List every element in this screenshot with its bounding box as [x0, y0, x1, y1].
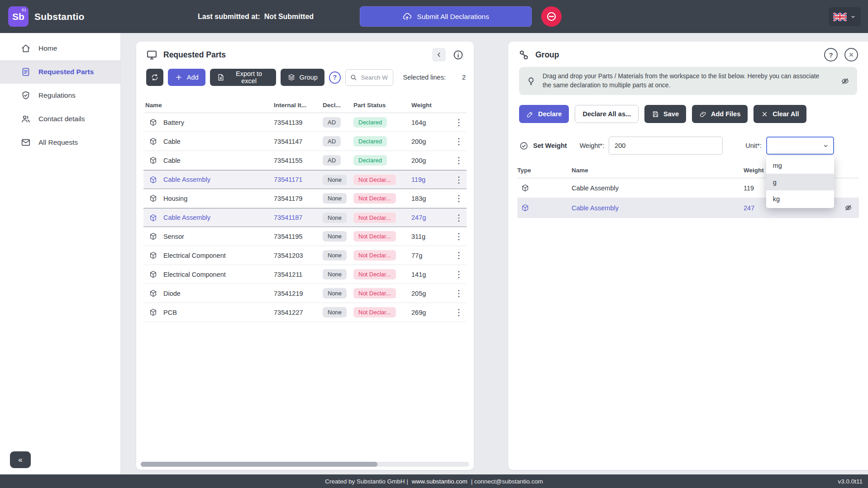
part-name: Cable Assembly — [163, 214, 274, 221]
part-name: Electrical Component — [163, 252, 274, 259]
table-row[interactable]: Diode73541219NoneNot Declar...205g⋮ — [143, 284, 467, 303]
topbar: Sb 51 Substantio Last submitted at: Not … — [0, 0, 868, 33]
chevron-down-icon — [850, 14, 856, 20]
row-menu-button[interactable]: ⋮ — [452, 269, 466, 280]
part-name: Housing — [163, 195, 274, 202]
table-row[interactable]: Cable73541147ADDeclared200g⋮ — [143, 132, 467, 151]
home-icon — [21, 43, 31, 53]
unit-field-label: Unit*: — [745, 142, 761, 149]
table-row[interactable]: Sensor73541195NoneNot Declar...311g⋮ — [143, 227, 467, 246]
unit-option-g[interactable]: g — [766, 174, 834, 190]
brand[interactable]: Sb 51 Substantio — [8, 0, 85, 33]
sidebar-collapse-button[interactable]: « — [10, 451, 31, 468]
stop-button[interactable] — [541, 6, 562, 27]
row-menu-button[interactable]: ⋮ — [452, 155, 466, 166]
clear-all-button[interactable]: Clear All — [754, 105, 806, 123]
row-menu-button[interactable]: ⋮ — [452, 213, 466, 223]
sidebar-item-requested-parts[interactable]: Requested Parts — [0, 60, 120, 84]
part-internal-id: 73541139 — [274, 119, 323, 126]
table-row[interactable]: Cable Assembly73541187NoneNot Declar...2… — [143, 208, 467, 227]
export-to-excel-button[interactable]: Export to excel — [210, 69, 276, 86]
table-row[interactable]: Battery73541139ADDeclared164g⋮ — [143, 113, 467, 132]
table-row[interactable]: Cable Assembly73541171NoneNot Declar...1… — [143, 170, 467, 189]
logo-atomic-number: 51 — [22, 8, 26, 12]
no-entry-icon — [546, 11, 557, 22]
declare-all-as-button[interactable]: Declare All as... — [575, 105, 639, 123]
row-menu-button[interactable]: ⋮ — [452, 250, 466, 261]
part-internal-id: 73541155 — [274, 157, 323, 164]
add-files-button[interactable]: Add Files — [692, 105, 748, 123]
set-weight-checkbox[interactable] — [519, 141, 529, 151]
group-help-circle-button[interactable]: ? — [824, 48, 838, 62]
horizontal-scrollbar[interactable] — [141, 462, 469, 467]
hide-banner-button[interactable] — [840, 76, 850, 86]
part-status-badge: Not Declar... — [353, 307, 396, 317]
substantio-link[interactable]: www.substantio.com — [412, 478, 467, 485]
table-row[interactable]: Electrical Component73541211NoneNot Decl… — [143, 265, 467, 284]
parts-table: NameInternal It...Decl...Part StatusWeig… — [143, 98, 467, 322]
part-status-badge: Declared — [353, 136, 387, 147]
part-weight: 200g — [411, 138, 452, 145]
column-header: Decl... — [323, 102, 353, 109]
declaration-badge: None — [323, 175, 347, 185]
row-menu-button[interactable]: ⋮ — [452, 117, 466, 128]
export-button-label: Export to excel — [229, 70, 269, 85]
part-weight: 183g — [411, 195, 452, 202]
declaration-badge: None — [323, 213, 347, 223]
unit-select[interactable] — [766, 137, 834, 155]
part-internal-id: 73541211 — [274, 271, 323, 278]
table-row[interactable]: PCB73541227NoneNot Declar...269g⋮ — [143, 303, 467, 322]
info-icon — [453, 49, 464, 61]
column-header: Internal It... — [274, 102, 323, 109]
declaration-badge: None — [323, 231, 347, 242]
table-row[interactable]: Housing73541179NoneNot Declar...183g⋮ — [143, 189, 467, 208]
unit-option-mg[interactable]: mg — [766, 157, 834, 174]
table-row[interactable]: Electrical Component73541203NoneNot Decl… — [143, 246, 467, 265]
save-label: Save — [663, 110, 679, 118]
group-actions: Declare Declare All as... Save Add Files — [519, 105, 857, 123]
sidebar-item-contact-details[interactable]: Contact details — [0, 107, 120, 131]
parts-panel-title: Requested Parts — [163, 50, 226, 60]
row-menu-button[interactable]: ⋮ — [452, 288, 466, 298]
save-button[interactable]: Save — [644, 105, 686, 123]
cube-icon — [521, 204, 529, 212]
part-name: Cable — [163, 157, 274, 164]
language-selector[interactable] — [829, 7, 861, 26]
part-status-badge: Declared — [353, 155, 387, 166]
unit-option-kg[interactable]: kg — [766, 190, 834, 207]
cube-icon — [149, 213, 157, 222]
requested-parts-panel: Requested Parts Add Export to excel — [136, 42, 474, 470]
excel-icon — [217, 73, 225, 81]
weight-input[interactable] — [609, 137, 723, 155]
cube-icon — [149, 308, 157, 317]
sidebar-item-regulations[interactable]: Regulations — [0, 84, 120, 107]
refresh-button[interactable] — [146, 69, 163, 86]
cube-icon — [521, 184, 529, 192]
add-button[interactable]: Add — [168, 69, 205, 86]
collapse-panel-button[interactable] — [432, 48, 446, 62]
group-help-button[interactable]: ? — [329, 71, 341, 84]
group-icon — [518, 49, 529, 61]
row-menu-button[interactable]: ⋮ — [452, 307, 466, 317]
table-row[interactable]: Cable73541155ADDeclared200g⋮ — [143, 151, 467, 170]
part-weight: 311g — [411, 233, 452, 240]
panel-info-button[interactable] — [453, 49, 464, 61]
close-panel-button[interactable] — [844, 48, 858, 62]
submit-all-declarations-button[interactable]: Submit All Declarations — [360, 6, 532, 27]
row-menu-button[interactable]: ⋮ — [452, 136, 466, 147]
group-button[interactable]: Group — [281, 69, 324, 86]
declare-button[interactable]: Declare — [519, 105, 569, 123]
part-status-badge: Declared — [353, 117, 387, 128]
sidebar-item-home[interactable]: Home — [0, 37, 120, 60]
selected-lines-label: Selected lines: — [403, 74, 446, 81]
search-input[interactable] — [360, 74, 389, 81]
main-layout: HomeRequested PartsRegulationsContact de… — [0, 33, 868, 474]
row-menu-button[interactable]: ⋮ — [452, 193, 466, 204]
scrollbar-thumb[interactable] — [141, 462, 377, 467]
declaration-badge: AD — [323, 136, 341, 147]
row-visibility-button[interactable] — [837, 204, 859, 212]
row-menu-button[interactable]: ⋮ — [452, 231, 466, 242]
sidebar-item-label: Regulations — [38, 91, 76, 99]
sidebar-item-all-requests[interactable]: All Requests — [0, 131, 120, 154]
row-menu-button[interactable]: ⋮ — [452, 175, 466, 185]
